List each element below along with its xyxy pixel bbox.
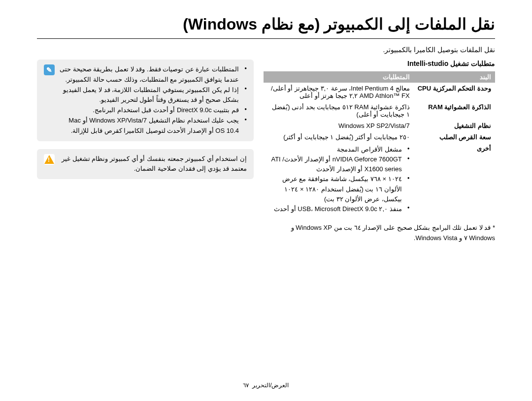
table-header-item: البند — [414, 71, 495, 83]
list-item: إذا لم يكن الكمبيوتر يستوفي المتطلبات ال… — [60, 85, 247, 106]
requirements-table: البند المتطلبات وحدة التحكم المركزية CPU… — [264, 71, 495, 216]
table-cell-item: الذاكرة العشوائية RAM — [414, 101, 495, 120]
table-row: أخرىمشغل الأقراص المدمجةnVIDIA Geforce 7… — [264, 143, 495, 216]
divider — [37, 38, 495, 39]
table-cell-item: وحدة التحكم المركزية CPU — [414, 83, 495, 101]
list-item: nVIDIA Geforce 7600GT أو الإصدار الأحدث/… — [267, 154, 410, 174]
footnote: * قد لا تعمل تلك البرامج بشكل صحيح على ا… — [264, 223, 495, 244]
table-row: الذاكرة العشوائية RAMذاكرة عشوائية RAM ٥… — [264, 101, 495, 120]
table-cell-req: ٢٥٠ ميجابايت أو أكثر (يُفضل ١ جيجابايت أ… — [264, 131, 414, 143]
table-row: وحدة التحكم المركزية CPUمعالج Intel Pent… — [264, 83, 495, 101]
table-header-req: المتطلبات — [264, 71, 414, 83]
info-icon: ✎ — [44, 64, 55, 75]
requirements-heading: متطلبات تشغيل Intelli-studio — [264, 60, 495, 67]
footer-section: العرض/التحرير — [252, 382, 289, 389]
table-cell-item: نظام التشغيل — [414, 120, 495, 131]
table-cell-req: ذاكرة عشوائية RAM ٥١٢ ميجابايت بحد أدنى … — [264, 101, 414, 120]
table-row: نظام التشغيلWindows XP SP2/Vista/7 — [264, 120, 495, 131]
table-cell-req: معالج Intel Pentium 4، سرعة ٣,٠ جيجاهرتز… — [264, 83, 414, 101]
warning-icon — [44, 154, 55, 165]
table-cell-item: أخرى — [414, 143, 495, 216]
intro-text: نقل الملفات بتوصيل الكاميرا بالكمبيوتر. — [37, 46, 495, 54]
list-item: المتطلبات عبارة عن توصيات فقط. وقد لا تع… — [60, 64, 247, 85]
page-title: نقل الملفات إلى الكمبيوتر (مع نظام Windo… — [37, 15, 495, 33]
footer-page: ٦٧ — [243, 382, 249, 389]
info-note-box: ✎ المتطلبات عبارة عن توصيات فقط. وقد لا … — [37, 60, 254, 141]
table-row: سعة القرص الصلب٢٥٠ ميجابايت أو أكثر (يُف… — [264, 131, 495, 143]
list-item: مشغل الأقراص المدمجة — [267, 145, 410, 154]
warning-text: إن استخدام أي كمبيوتر جمعته بنفسك أو أي … — [60, 154, 247, 175]
info-note-list: المتطلبات عبارة عن توصيات فقط. وقد لا تع… — [60, 64, 247, 136]
warning-note-box: إن استخدام أي كمبيوتر جمعته بنفسك أو أي … — [37, 149, 254, 180]
page-footer: العرض/التحرير ٦٧ — [0, 382, 532, 389]
table-cell-item: سعة القرص الصلب — [414, 131, 495, 143]
list-item: يجب عليك استخدام نظام التشغيل Windows XP… — [60, 116, 247, 136]
table-cell-req: Windows XP SP2/Vista/7 — [264, 120, 414, 131]
list-item: ١٠٢٤ × ٧٦٨ بيكسل، شاشة متوافقة مع عرض ال… — [267, 174, 410, 204]
list-item: قم بتثبيت DirectX 9.0c أو أحدث قبل استخد… — [60, 105, 247, 116]
table-cell-req: مشغل الأقراص المدمجةnVIDIA Geforce 7600G… — [264, 143, 414, 216]
list-item: منفذ ٢,٠ USB، Microsoft DirectX 9.0c أو … — [267, 204, 410, 214]
